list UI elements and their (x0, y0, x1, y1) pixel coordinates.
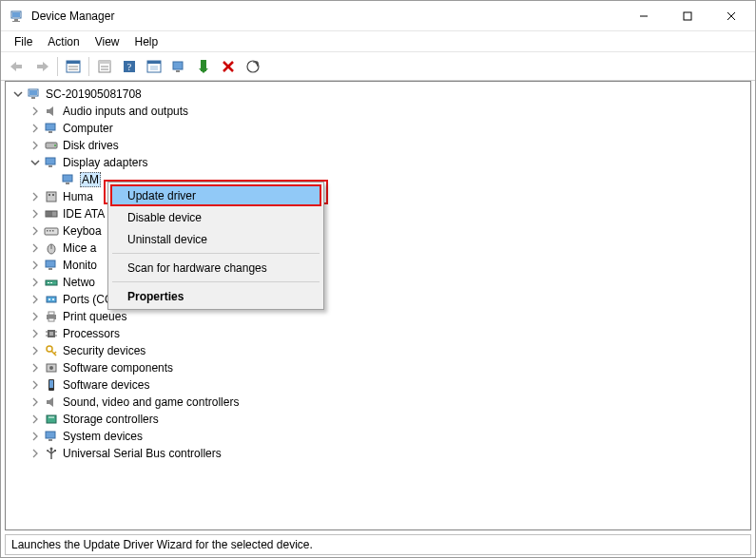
ctx-separator (112, 253, 320, 254)
tree-root[interactable]: SC-201905081708 (8, 86, 748, 103)
node-label: SC-201905081708 (46, 87, 142, 101)
tree-node-softcomp[interactable]: Software components (8, 359, 748, 376)
svg-rect-76 (49, 380, 53, 388)
ctx-update-driver[interactable]: Update driver (110, 184, 321, 206)
chevron-right-icon[interactable] (29, 259, 42, 272)
ctx-scan-hardware[interactable]: Scan for hardware changes (110, 257, 321, 279)
node-label: Print queues (63, 310, 126, 323)
svg-point-28 (247, 61, 259, 72)
chevron-right-icon[interactable] (29, 430, 42, 443)
svg-rect-9 (37, 65, 43, 68)
ctx-disable-device[interactable]: Disable device (110, 206, 321, 228)
mouse-icon (44, 241, 59, 256)
chevron-right-icon[interactable] (29, 361, 42, 375)
tree-node-security[interactable]: Security devices (8, 342, 748, 359)
app-icon (9, 8, 26, 25)
close-button[interactable] (709, 1, 753, 30)
chevron-right-icon[interactable] (29, 293, 42, 306)
menu-file[interactable]: File (7, 33, 40, 50)
node-label: Disk drives (63, 139, 119, 152)
tree-node-storage[interactable]: Storage controllers (8, 411, 748, 428)
toolbar-view-button[interactable] (62, 55, 85, 78)
toolbar-enable-button[interactable] (192, 55, 215, 78)
chevron-down-icon[interactable] (29, 156, 42, 169)
menu-view[interactable]: View (87, 33, 127, 50)
tree-node-usb[interactable]: Universal Serial Bus controllers (8, 445, 748, 462)
tree-node-display-adapters[interactable]: Display adapters (8, 154, 748, 171)
node-label: Audio inputs and outputs (63, 105, 188, 118)
chevron-right-icon[interactable] (29, 395, 42, 409)
svg-rect-22 (150, 66, 158, 70)
chevron-right-icon[interactable] (29, 241, 42, 255)
tree-node-print[interactable]: Print queues (8, 308, 748, 325)
toolbar-uninstall-button[interactable] (217, 55, 240, 78)
svg-point-74 (49, 366, 53, 370)
hid-icon (44, 189, 59, 204)
svg-rect-2 (14, 19, 18, 21)
toolbar-sep (88, 57, 89, 76)
titlebar: Device Manager (1, 1, 755, 31)
chevron-down-icon[interactable] (11, 87, 25, 101)
statusbar: Launches the Update Driver Wizard for th… (5, 534, 751, 555)
toolbar-disable-button[interactable] (167, 55, 190, 78)
svg-rect-39 (66, 183, 69, 184)
chevron-right-icon[interactable] (29, 447, 42, 460)
toolbar-scan-button[interactable] (242, 55, 264, 78)
computer-icon (27, 87, 42, 102)
chevron-right-icon[interactable] (29, 139, 42, 152)
svg-rect-79 (46, 432, 55, 438)
toolbar-sep (57, 57, 58, 76)
menu-help[interactable]: Help (127, 33, 166, 50)
chevron-right-icon[interactable] (29, 276, 42, 289)
svg-rect-42 (52, 194, 54, 196)
node-label: Monito (63, 259, 97, 272)
tree-node-processors[interactable]: Processors (8, 325, 748, 342)
chevron-right-icon[interactable] (29, 327, 42, 340)
softdev-icon (44, 377, 59, 393)
chevron-right-icon[interactable] (29, 190, 42, 203)
toolbar-help-button[interactable]: ? (118, 55, 141, 78)
svg-rect-15 (99, 61, 110, 64)
svg-rect-54 (48, 268, 52, 270)
chevron-right-icon[interactable] (29, 224, 42, 238)
svg-rect-80 (48, 439, 52, 441)
menu-action[interactable]: Action (40, 33, 87, 50)
tree-node-softdev[interactable]: Software devices (8, 376, 748, 394)
node-label: Keyboa (63, 224, 102, 238)
tree-node-disk[interactable]: Disk drives (8, 137, 748, 154)
toolbar-forward-button[interactable] (30, 55, 53, 78)
chevron-right-icon[interactable] (29, 413, 42, 426)
node-label: Processors (63, 327, 120, 340)
toolbar-properties-button[interactable] (93, 55, 116, 78)
tree-node-computer[interactable]: Computer (8, 120, 748, 137)
svg-rect-36 (46, 158, 55, 164)
tree-node-audio[interactable]: Audio inputs and outputs (8, 103, 748, 120)
cpu-icon (44, 326, 59, 341)
keyboard-icon (44, 223, 59, 239)
chevron-right-icon[interactable] (29, 207, 42, 221)
svg-rect-49 (49, 230, 51, 232)
ctx-properties[interactable]: Properties (110, 285, 321, 307)
tree-node-sound[interactable]: Sound, video and game controllers (8, 394, 748, 411)
minimize-button[interactable] (622, 1, 666, 30)
svg-rect-40 (47, 192, 56, 202)
svg-rect-5 (684, 12, 691, 20)
chevron-right-icon[interactable] (29, 378, 42, 392)
svg-rect-38 (63, 175, 72, 182)
speaker-icon (44, 394, 59, 410)
tree-node-system[interactable]: System devices (8, 428, 748, 445)
ide-icon (44, 206, 59, 221)
toolbar-update-driver-button[interactable] (143, 55, 165, 78)
maximize-button[interactable] (666, 1, 709, 30)
usb-icon (44, 446, 59, 461)
chevron-right-icon[interactable] (29, 344, 42, 357)
svg-rect-50 (52, 230, 54, 232)
chevron-right-icon[interactable] (29, 122, 42, 135)
monitor-icon (61, 172, 76, 187)
ctx-uninstall-device[interactable]: Uninstall device (110, 228, 321, 250)
toolbar-back-button[interactable] (6, 55, 29, 78)
chevron-right-icon[interactable] (29, 105, 42, 118)
svg-rect-65 (49, 332, 53, 336)
node-label: Software devices (63, 378, 149, 392)
chevron-right-icon[interactable] (29, 310, 42, 323)
